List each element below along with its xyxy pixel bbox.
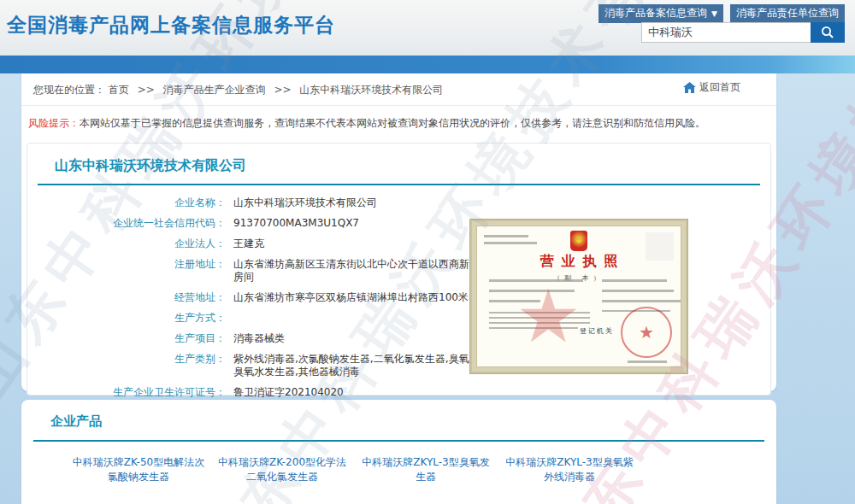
product-link[interactable]: 中科瑞沃牌ZKYL-3型臭氧发生器 <box>358 455 493 484</box>
field-value: 王建克 <box>233 237 264 250</box>
license-text-line <box>489 317 590 319</box>
field-label: 注册地址： <box>27 258 226 284</box>
section-divider <box>33 440 764 442</box>
field-label: 生产项目： <box>27 332 226 345</box>
products-section-title: 企业产品 <box>21 400 776 430</box>
field-label: 经营地址： <box>27 291 226 304</box>
business-license-inner: ★ 营业执照 （副 本） ★ 登记机关 ★ <box>476 226 681 367</box>
company-detail-panel: 您现在的位置： 首页 >> 消毒产品生产企业查询 >> 山东中科瑞沃环境技术有限… <box>21 73 776 391</box>
field-label: 生产企业卫生许可证号： <box>27 386 226 399</box>
nav-item-label: 消毒产品备案信息查询 <box>604 6 707 21</box>
product-link[interactable]: 中科瑞沃牌ZKYL-3型臭氧紫外线消毒器 <box>502 455 637 484</box>
nav-item-record-info-query[interactable]: 消毒产品备案信息查询 ▼ <box>598 4 723 23</box>
business-license-image: ★ 营业执照 （副 本） ★ 登记机关 ★ <box>469 219 688 374</box>
back-home-label: 返回首页 <box>699 80 740 95</box>
license-issuer-label: 登记机关 <box>580 326 614 336</box>
product-link[interactable]: 中科瑞沃牌ZK-50型电解法次氯酸钠发生器 <box>71 455 206 484</box>
national-emblem-icon: ★ <box>570 231 587 251</box>
field-label: 生产类别： <box>27 353 226 378</box>
license-text-line <box>602 279 667 282</box>
qr-code-icon <box>646 232 674 261</box>
top-nav: 消毒产品备案信息查询 ▼ 消毒产品责任单位查询 <box>598 4 845 23</box>
license-text-line <box>484 242 537 244</box>
risk-notice-label: 风险提示： <box>28 117 80 129</box>
license-text-line <box>489 322 590 324</box>
field-value: 消毒器械类 <box>233 332 285 345</box>
header-divider-band <box>0 56 855 73</box>
product-link[interactable]: 中科瑞沃牌ZK-200型化学法二氧化氯发生器 <box>215 455 350 484</box>
breadcrumb-current: 山东中科瑞沃环境技术有限公司 <box>299 84 443 96</box>
company-info-card: 山东中科瑞沃环境技术有限公司 企业名称： 山东中科瑞沃环境技术有限公司 企业统一… <box>27 143 771 396</box>
back-home-link[interactable]: 返回首页 <box>683 80 740 95</box>
chevron-down-icon: ▼ <box>711 9 717 18</box>
breadcrumb-prefix: 您现在的位置： <box>33 84 105 96</box>
field-value: 山东省潍坊市寒亭区双杨店镇湖淋埠出村路西100米 <box>233 291 469 304</box>
license-text-line <box>602 300 681 302</box>
license-text-line <box>489 312 590 314</box>
breadcrumb-separator: >> <box>138 84 155 96</box>
search-bar <box>641 22 845 43</box>
red-seal-icon: ★ <box>621 307 672 358</box>
breadcrumb-enterprise-query-link[interactable]: 消毒产品生产企业查询 <box>163 84 266 96</box>
header: 全国消毒产品网上备案信息服务平台 消毒产品备案信息查询 ▼ 消毒产品责任单位查询 <box>0 0 855 56</box>
company-products-panel: 企业产品 中科瑞沃牌ZK-50型电解法次氯酸钠发生器 中科瑞沃牌ZK-200型化… <box>21 400 776 504</box>
license-text-line <box>489 279 583 282</box>
home-icon <box>683 82 696 94</box>
license-text-line <box>489 290 575 292</box>
breadcrumb: 您现在的位置： 首页 >> 消毒产品生产企业查询 >> 山东中科瑞沃环境技术有限… <box>21 73 776 106</box>
field-value: 91370700MA3M3U1QX7 <box>233 217 359 230</box>
products-list: 中科瑞沃牌ZK-50型电解法次氯酸钠发生器 中科瑞沃牌ZK-200型化学法二氧化… <box>21 455 776 484</box>
field-row-company-name: 企业名称： 山东中科瑞沃环境技术有限公司 <box>27 196 770 209</box>
risk-notice: 风险提示：本网站仅基于已掌握的信息提供查询服务，查询结果不代表本网站对被查询对象… <box>21 106 776 136</box>
risk-notice-text: 本网站仅基于已掌握的信息提供查询服务，查询结果不代表本网站对被查询对象信用状况的… <box>80 117 705 129</box>
license-text-line <box>489 300 540 302</box>
field-label: 企业名称： <box>27 196 226 209</box>
search-button[interactable] <box>811 22 845 43</box>
breadcrumb-home-link[interactable]: 首页 <box>109 84 129 96</box>
license-text-line <box>484 235 528 237</box>
field-row-hygiene-license-no: 生产企业卫生许可证号： 鲁卫消证字202104020 <box>27 386 770 399</box>
company-name-heading: 山东中科瑞沃环境技术有限公司 <box>27 144 770 175</box>
field-label: 企业统一社会信用代码： <box>27 217 226 230</box>
page-title: 全国消毒产品网上备案信息服务平台 <box>7 12 335 38</box>
section-divider <box>38 184 760 185</box>
field-label: 生产方式： <box>27 312 226 325</box>
field-label: 企业法人： <box>27 237 226 250</box>
search-input[interactable] <box>641 22 811 43</box>
license-text-line <box>489 327 578 329</box>
license-date-line <box>628 360 667 363</box>
breadcrumb-separator: >> <box>274 84 291 96</box>
license-text-line <box>602 290 674 292</box>
search-icon <box>820 25 835 40</box>
field-value: 山东中科瑞沃环境技术有限公司 <box>233 196 377 209</box>
nav-item-label: 消毒产品责任单位查询 <box>736 6 839 21</box>
nav-item-responsible-unit-query[interactable]: 消毒产品责任单位查询 <box>730 4 845 23</box>
field-value: 鲁卫消证字202104020 <box>233 386 344 399</box>
